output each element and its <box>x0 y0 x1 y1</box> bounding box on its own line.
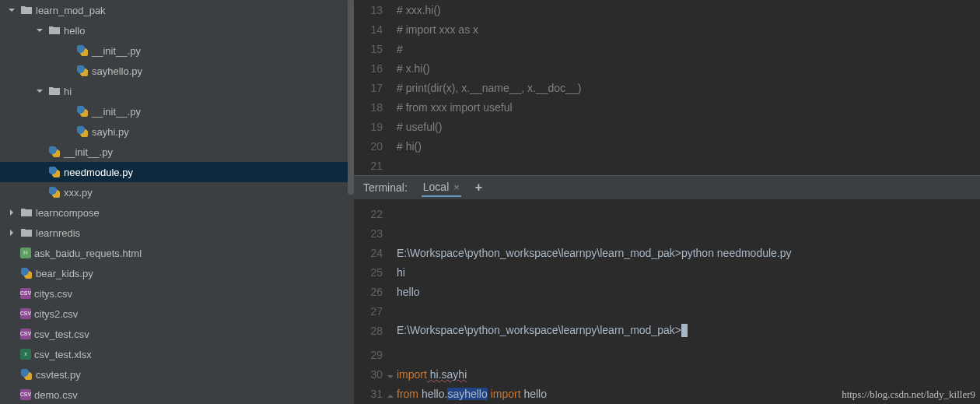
terminal-tab-label: Local <box>423 181 449 193</box>
chevron-right-icon[interactable] <box>6 207 17 218</box>
tree-item-label: learn_mod_pak <box>36 5 106 16</box>
tree-row[interactable]: __init__.py <box>0 40 354 61</box>
chevron-down-icon[interactable] <box>6 5 17 16</box>
python-file-icon <box>76 44 89 57</box>
code-line[interactable]: 17# print(dir(x), x.__name__, x.__doc__) <box>354 78 980 97</box>
code-line[interactable]: 13# xxx.hi() <box>354 0 980 19</box>
python-file-icon <box>48 186 61 198</box>
code-content: # print(dir(x), x.__name__, x.__doc__) <box>397 82 980 94</box>
line-number: 17 <box>354 82 397 94</box>
tree-row[interactable]: sayhello.py <box>0 61 354 81</box>
terminal-line: 22 <box>354 204 980 223</box>
terminal-cursor <box>681 324 688 337</box>
tree-row[interactable]: hi <box>0 81 354 101</box>
tree-row[interactable]: xcsv_test.xlsx <box>0 344 354 364</box>
tree-row[interactable]: xxx.py <box>0 182 354 202</box>
project-tree[interactable]: learn_mod_pakhello__init__.pysayhello.py… <box>0 0 354 404</box>
code-content: # hi() <box>397 140 980 153</box>
python-file-icon <box>76 65 89 77</box>
python-file-icon <box>48 166 61 178</box>
tree-item-label: citys2.csv <box>34 308 78 320</box>
tree-row[interactable]: bear_kids.py <box>0 263 354 283</box>
line-number: 16 <box>354 62 397 75</box>
line-number: 18 <box>354 101 397 114</box>
tree-row[interactable]: hello <box>0 20 354 40</box>
code-line[interactable]: 14# import xxx as x <box>354 19 980 39</box>
python-file-icon <box>48 146 61 158</box>
terminal-tab-local[interactable]: Local × <box>422 178 461 197</box>
chevron-down-icon[interactable] <box>34 25 45 36</box>
code-content: # <box>397 43 980 55</box>
tree-row[interactable]: csvtest.py <box>0 364 354 385</box>
code-line[interactable]: 30import hi.sayhi <box>354 364 980 384</box>
csv-file-icon: CSV <box>20 288 31 299</box>
code-line[interactable]: 21 <box>354 156 980 175</box>
tree-item-label: learncompose <box>36 207 100 219</box>
tree-item-label: sayhello.py <box>92 65 142 77</box>
terminal-text: E:\Workspace\python_workspace\learnpy\le… <box>397 247 980 259</box>
terminal-line: 25hi <box>354 262 980 282</box>
add-terminal-icon[interactable]: + <box>475 181 482 195</box>
arrow-spacer <box>62 126 73 137</box>
line-number: 24 <box>354 247 397 259</box>
tree-row[interactable]: CSVcitys2.csv <box>0 304 354 324</box>
line-number: 20 <box>354 140 397 153</box>
arrow-spacer <box>34 167 45 177</box>
code-content: import hi.sayhi <box>397 368 980 381</box>
terminal-title: Terminal: <box>363 181 408 194</box>
tree-row[interactable]: learn_mod_pak <box>0 0 354 20</box>
terminal-text: E:\Workspace\python_workspace\learnpy\le… <box>397 324 980 338</box>
close-icon[interactable]: × <box>453 181 460 193</box>
terminal-line: 27 <box>354 301 980 321</box>
fold-open-icon[interactable] <box>387 390 394 398</box>
tree-row[interactable]: sayhi.py <box>0 121 354 142</box>
tree-row[interactable]: learnredis <box>0 223 354 243</box>
line-number: 29 <box>354 349 397 361</box>
tree-row[interactable]: needmodule.py <box>0 162 354 182</box>
code-line[interactable]: 16# x.hi() <box>354 58 980 78</box>
line-number: 14 <box>354 23 397 36</box>
editor-code-top[interactable]: 13# xxx.hi()14# import xxx as x15#16# x.… <box>354 0 980 175</box>
tree-row[interactable]: CSVcitys.csv <box>0 283 354 304</box>
code-line[interactable]: 18# from xxx import useful <box>354 97 980 117</box>
editor-right-pane: 13# xxx.hi()14# import xxx as x15#16# x.… <box>354 0 980 404</box>
tree-row[interactable]: Hask_baidu_requets.html <box>0 243 354 263</box>
csv-file-icon: CSV <box>20 308 31 319</box>
code-line[interactable]: 29 <box>354 345 980 364</box>
line-number: 28 <box>354 325 397 337</box>
chevron-down-icon[interactable] <box>34 86 45 97</box>
python-file-icon <box>76 125 89 138</box>
xlsx-file-icon: x <box>20 349 31 360</box>
fold-close-icon[interactable] <box>387 371 394 378</box>
tree-row[interactable]: CSVcsv_test.csv <box>0 324 354 344</box>
line-number: 13 <box>354 4 397 16</box>
arrow-spacer <box>6 268 17 279</box>
code-line[interactable]: 20# hi() <box>354 136 980 156</box>
html-file-icon: H <box>20 248 31 258</box>
tree-item-label: csvtest.py <box>36 369 81 381</box>
code-line[interactable]: 15# <box>354 39 980 58</box>
arrow-spacer <box>62 45 73 56</box>
tree-row[interactable]: __init__.py <box>0 142 354 162</box>
code-content: # import xxx as x <box>397 23 980 36</box>
arrow-spacer <box>6 328 17 339</box>
chevron-right-icon[interactable] <box>6 227 17 238</box>
arrow-spacer <box>6 369 17 380</box>
tree-item-label: bear_kids.py <box>36 268 93 279</box>
tree-row[interactable]: __init__.py <box>0 101 354 121</box>
arrow-spacer <box>34 187 45 198</box>
line-number: 25 <box>354 266 397 279</box>
arrow-spacer <box>6 308 17 319</box>
tree-row[interactable]: learncompose <box>0 202 354 223</box>
tree-row[interactable]: CSVdemo.csv <box>0 385 354 404</box>
arrow-spacer <box>6 248 17 258</box>
tree-item-label: needmodule.py <box>64 167 133 178</box>
python-file-icon <box>20 368 33 381</box>
arrow-spacer <box>6 349 17 360</box>
code-line[interactable]: 19# useful() <box>354 117 980 136</box>
tree-item-label: learnredis <box>36 227 80 239</box>
tree-item-label: csv_test.xlsx <box>34 349 92 360</box>
tree-scrollbar[interactable] <box>348 0 354 195</box>
tree-item-label: sayhi.py <box>92 126 129 138</box>
terminal-output[interactable]: 222324E:\Workspace\python_workspace\lear… <box>354 199 980 345</box>
